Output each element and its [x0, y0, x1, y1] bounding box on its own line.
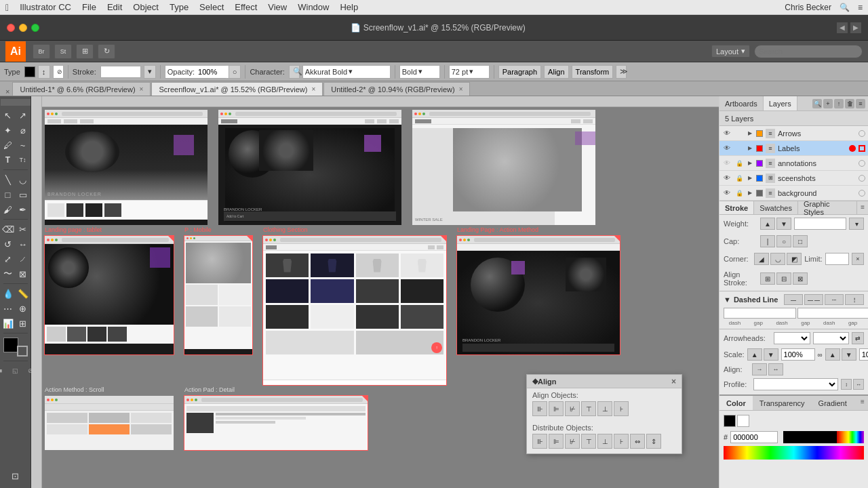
tab-graphic-styles[interactable]: Graphic Styles	[798, 201, 857, 214]
layout-dropdown[interactable]: Layout ▾	[711, 45, 750, 58]
artboard-content-1[interactable]: BRANDON LOCKER	[45, 110, 208, 225]
select-tool[interactable]: ↖	[1, 108, 15, 122]
artboard-content-9[interactable]	[184, 396, 368, 450]
align-stroke-2[interactable]: ↔	[768, 363, 783, 375]
layer-target-annotations[interactable]	[859, 160, 865, 167]
cap-butt-btn[interactable]: |	[760, 235, 775, 247]
tab-close-1[interactable]: ×	[140, 85, 144, 93]
eraser-tool[interactable]: ⌫	[1, 222, 15, 236]
eyedropper-tool[interactable]: 💧	[1, 287, 15, 300]
refresh-btn[interactable]: ↻	[98, 44, 115, 59]
cap-square-btn[interactable]: □	[793, 235, 808, 247]
artboard-content-8[interactable]	[45, 396, 174, 450]
search-input[interactable]	[754, 45, 863, 58]
close-button[interactable]	[7, 24, 15, 32]
artboard-nav-clothing-1[interactable]: Navigation : Clothing	[218, 110, 401, 225]
lasso-tool[interactable]: ⌀	[16, 123, 30, 137]
artboard-action-scroll[interactable]: Action Method : Scroll	[45, 396, 174, 450]
minimize-button[interactable]	[19, 24, 27, 32]
artboard-landing-tablet[interactable]: Landing page : tablet	[45, 236, 174, 354]
layer-target-screenshots[interactable]	[859, 175, 865, 182]
layer-vis-labels[interactable]: 👁	[722, 144, 732, 153]
align-center-h-btn[interactable]: ⊫	[549, 401, 564, 416]
layers-add-icon[interactable]: +	[823, 99, 833, 108]
paragraph-btn[interactable]: Paragraph	[498, 65, 541, 79]
layer-vis-arrows[interactable]: 👁	[722, 129, 732, 138]
weight-unit-dropdown[interactable]: ▾	[849, 218, 864, 230]
layers-menu-icon[interactable]: ≡	[856, 99, 865, 108]
align-top-btn[interactable]: ⊤	[581, 401, 596, 416]
tab-screenflow[interactable]: Screenflow_v1.ai* @ 15.52% (RGB/Preview)…	[151, 82, 323, 96]
artboard-content-3[interactable]: WINTER SALE	[412, 110, 595, 225]
dist-center-btn[interactable]: ⊫	[549, 434, 564, 449]
paintbrush-tool[interactable]: 🖌	[1, 203, 15, 216]
scale1-down[interactable]: ▼	[764, 348, 778, 361]
grid-btn[interactable]: ⊞	[76, 44, 94, 59]
artboard-content-7[interactable]: BRANDON LOCKER	[457, 236, 620, 354]
color-spectrum-bar[interactable]	[724, 446, 864, 460]
layer-annotations[interactable]: 👁 🔒 ▶ ≡ annotations	[719, 156, 868, 171]
align-panel-header[interactable]: ◆ Align ×	[527, 375, 682, 388]
transform-btn[interactable]: Transform	[572, 65, 614, 79]
align-middle-v-btn[interactable]: ⊥	[597, 401, 612, 416]
search-icon[interactable]: 🔍	[840, 3, 850, 12]
maximize-button[interactable]	[31, 24, 39, 32]
font-search-icon[interactable]: 🔍	[289, 65, 300, 79]
scissors-tool[interactable]: ✂	[16, 222, 30, 236]
scale-input-1[interactable]	[781, 348, 815, 361]
color-mode-btn[interactable]: ■	[0, 364, 7, 378]
artboard-nav-clothing-2[interactable]: Navigation : Clothing	[412, 110, 595, 225]
rectangle-tool[interactable]: □	[1, 188, 15, 201]
reflect-tool[interactable]: ↔	[16, 237, 30, 251]
tab-untitled-1[interactable]: Untitled-1* @ 6.6% (RGB/Preview) ×	[12, 82, 151, 96]
limit-unit-btn[interactable]: ×	[852, 253, 864, 265]
warp-tool[interactable]: 〜	[1, 267, 15, 281]
dist-vert-btn[interactable]: ⇕	[646, 434, 661, 449]
tab-swatches[interactable]: Swatches	[754, 201, 798, 214]
artboard-mobile[interactable]: P : Mobile	[184, 236, 252, 354]
dist-left-btn[interactable]: ⊪	[532, 434, 547, 449]
stock-btn[interactable]: St	[54, 44, 72, 59]
arrowhead-swap-btn[interactable]: ⇄	[852, 332, 864, 344]
tab-close-2[interactable]: ×	[311, 85, 315, 93]
collapse-panel-btn[interactable]: ◀	[837, 22, 848, 33]
layer-lock-annotations[interactable]: 🔒	[734, 159, 744, 168]
menu-file[interactable]: File	[82, 2, 96, 12]
menu-illustrator[interactable]: Illustrator CC	[20, 2, 71, 12]
layer-target-labels[interactable]	[849, 145, 856, 152]
dash-align-btn[interactable]: ⋮	[845, 294, 864, 305]
tab-stroke[interactable]: Stroke	[719, 201, 754, 214]
menu-object[interactable]: Object	[133, 2, 159, 12]
artboard-content-4[interactable]	[45, 236, 174, 354]
layers-search-icon[interactable]: 🔍	[812, 99, 822, 108]
corner-miter-btn[interactable]: ◢	[754, 253, 769, 265]
opacity-input[interactable]	[196, 66, 230, 78]
layer-expand-annotations[interactable]: ▶	[747, 160, 753, 167]
layer-background[interactable]: 👁 🔒 ▶ ≡ background	[719, 186, 868, 201]
stroke-none[interactable]: ⊘	[53, 65, 64, 79]
stroke-value-input[interactable]	[100, 66, 141, 78]
close-tab-btn[interactable]: ×	[3, 87, 12, 96]
arc-tool[interactable]: ◡	[16, 173, 30, 186]
tab-layers[interactable]: Layers	[764, 96, 797, 110]
artboard-nav-art[interactable]: Navigation : Art	[45, 110, 208, 225]
layer-arrows[interactable]: 👁 ▶ ≡ Arrows	[719, 126, 868, 141]
layer-lock-background[interactable]: 🔒	[734, 188, 744, 198]
stroke-panel-menu-icon[interactable]: ≡	[857, 201, 868, 212]
font-weight-dropdown[interactable]: Bold ▾	[399, 65, 440, 79]
menu-effect[interactable]: Effect	[235, 2, 257, 12]
tab-untitled-2[interactable]: Untitled-2* @ 10.94% (RGB/Preview) ×	[323, 82, 470, 96]
dash-style-btn-1[interactable]: —	[784, 294, 803, 305]
arrowhead-end-select[interactable]	[813, 332, 850, 344]
expand-panel-btn[interactable]: ▶	[850, 22, 861, 33]
opacity-control[interactable]: Opacity: ▾	[165, 65, 226, 79]
scale2-up[interactable]: ▲	[825, 348, 840, 361]
dist-middle-btn[interactable]: ⊥	[597, 434, 612, 449]
artboard-content-2[interactable]: BRANDON LOCKER Add to Cart	[218, 110, 401, 225]
artboard-content-5[interactable]	[184, 236, 252, 354]
tab-close-3[interactable]: ×	[459, 85, 463, 93]
align-left-btn[interactable]: ⊪	[532, 401, 547, 416]
menu-help[interactable]: Help	[340, 2, 358, 12]
layer-lock-arrows[interactable]	[734, 129, 744, 138]
arrowhead-start-select[interactable]	[774, 332, 810, 344]
